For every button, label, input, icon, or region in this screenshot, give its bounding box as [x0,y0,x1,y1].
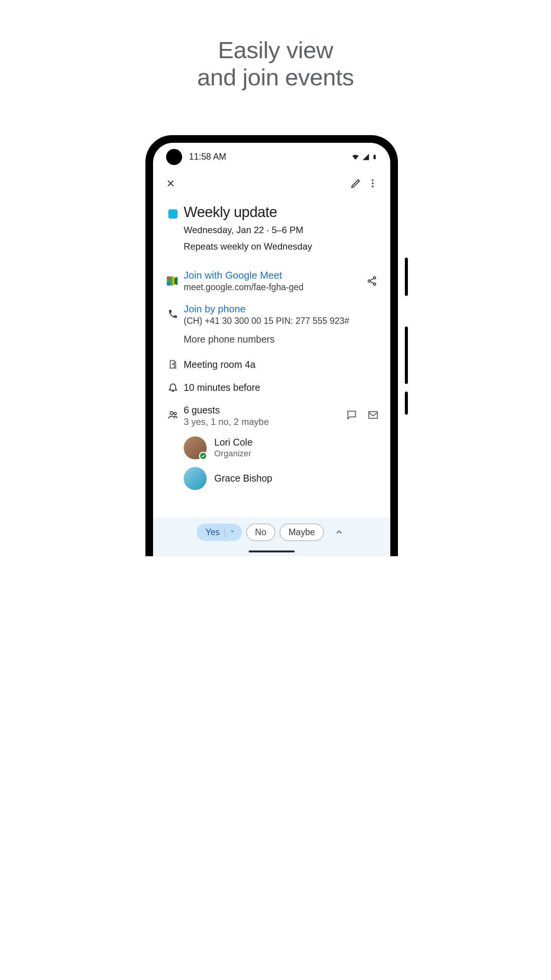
promo-line-2: and join events [119,64,432,91]
share-meet-icon[interactable] [363,276,381,286]
front-camera [166,149,182,165]
guest-status: 3 yes, 1 no, 2 maybe [184,416,269,427]
svg-point-0 [372,179,374,181]
rsvp-yes-badge-icon [199,452,207,460]
event-recurrence: Repeats weekly on Wednesday [184,239,381,253]
rsvp-expand-icon[interactable] [331,524,347,540]
join-phone-row[interactable]: Join by phone (CH) +41 30 300 00 15 PIN:… [162,298,381,332]
phone-side-button [405,392,408,415]
event-title: Weekly update [184,204,381,220]
battery-icon [372,153,377,161]
event-date-line: Wednesday, Jan 22 · 5–6 PM [184,223,381,237]
svg-rect-9 [369,412,378,419]
overflow-menu-icon[interactable] [364,175,381,192]
phone-icon [168,309,178,321]
location-text: Meeting room 4a [184,359,381,370]
phone-side-button [405,258,408,296]
promo-heading: Easily view and join events [119,0,432,91]
guest-role: Organizer [214,449,253,459]
google-meet-icon [167,276,179,286]
avatar [184,467,207,490]
svg-point-4 [368,280,370,282]
promo-line-1: Easily view [119,36,432,64]
phone-frame: 11:58 AM [145,135,406,556]
more-phone-label: More phone numbers [184,334,381,345]
room-icon [168,359,178,371]
reminder-row[interactable]: 10 minutes before [162,376,381,399]
event-detail-content: Weekly update Wednesday, Jan 22 · 5–6 PM… [153,199,390,494]
svg-point-5 [373,283,376,285]
guest-item[interactable]: Grace Bishop [162,463,381,494]
svg-point-1 [372,182,374,184]
guest-name: Lori Cole [214,437,253,448]
bell-icon [168,382,178,394]
svg-point-8 [174,413,176,415]
guest-count: 6 guests [184,405,269,416]
reminder-text: 10 minutes before [184,382,381,393]
more-phone-numbers[interactable]: More phone numbers [162,332,381,350]
meet-link-url: meet.google.com/fae-fgha-ged [184,282,363,292]
guest-item[interactable]: Lori Cole Organizer [162,433,381,463]
rsvp-no-button[interactable]: No [246,524,275,541]
wifi-icon [351,153,360,161]
close-icon[interactable] [162,175,179,192]
cell-signal-icon [362,153,370,161]
guests-row[interactable]: 6 guests 3 yes, 1 no, 2 maybe [162,399,381,433]
status-time: 11:58 AM [189,152,226,162]
svg-point-6 [173,364,173,364]
guest-name: Grace Bishop [214,473,272,484]
svg-point-7 [170,412,173,415]
rsvp-maybe-button[interactable]: Maybe [280,524,324,541]
phone-link-detail: (CH) +41 30 300 00 15 PIN: 277 555 923# [184,316,381,326]
app-bar [153,164,390,199]
event-header-row: Weekly update Wednesday, Jan 22 · 5–6 PM… [162,199,381,259]
rsvp-yes-button[interactable]: Yes [197,524,228,541]
location-row[interactable]: Meeting room 4a [162,350,381,376]
svg-point-3 [373,277,376,279]
meet-link-label: Join with Google Meet [184,270,363,281]
rsvp-yes-dropdown[interactable] [224,524,242,541]
status-bar: 11:58 AM [153,143,390,164]
home-indicator [249,550,295,552]
email-guests-icon[interactable] [367,409,379,422]
caret-down-icon [229,528,236,536]
people-icon [168,410,178,422]
event-color-swatch [168,209,178,219]
svg-point-2 [372,185,374,187]
edit-icon[interactable] [347,175,364,192]
chat-guests-icon[interactable] [346,409,357,422]
phone-link-label: Join by phone [184,303,381,315]
phone-side-button [405,327,408,384]
join-meet-row[interactable]: Join with Google Meet meet.google.com/fa… [162,259,381,298]
